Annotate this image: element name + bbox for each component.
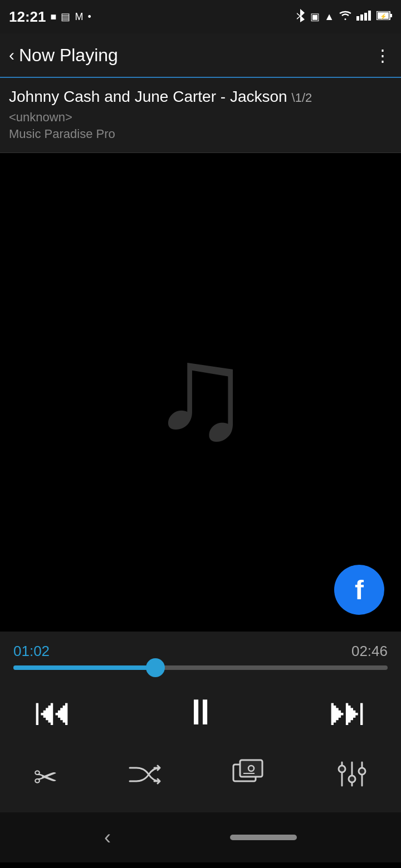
facebook-label: f xyxy=(355,575,364,605)
facebook-button[interactable]: f xyxy=(334,565,384,615)
pause-button[interactable]: ⏸ xyxy=(183,694,219,730)
pause-icon: ⏸ xyxy=(183,694,219,730)
shuffle-button[interactable] xyxy=(129,761,162,793)
nav-back-button[interactable]: ‹ xyxy=(104,826,111,849)
svg-point-15 xyxy=(349,776,355,782)
status-right-icons: ▣ ▲ ⚡ xyxy=(295,9,392,25)
time-current: 01:02 xyxy=(13,643,50,660)
signal-strength-icon xyxy=(356,11,372,23)
progress-area: 01:02 02:46 xyxy=(0,632,401,675)
svg-rect-5 xyxy=(390,14,392,17)
svg-rect-0 xyxy=(356,16,359,21)
battery-icon: ⚡ xyxy=(376,11,392,23)
svg-point-17 xyxy=(359,768,365,775)
equalizer-button[interactable] xyxy=(336,759,368,796)
svg-point-13 xyxy=(339,766,345,772)
controls-area: ⏮ ⏸ ⏭ xyxy=(0,675,401,748)
nav-bar: ‹ xyxy=(0,812,401,862)
menu-button[interactable]: ⋮ xyxy=(374,46,392,65)
equalizer-icon xyxy=(336,759,368,796)
svg-rect-9 xyxy=(240,760,262,777)
next-icon: ⏭ xyxy=(329,692,368,731)
shuffle-icon xyxy=(129,761,162,793)
chat-icon: ▤ xyxy=(61,11,70,23)
progress-thumb[interactable] xyxy=(146,658,165,677)
stop-icon: ■ xyxy=(51,11,57,23)
svg-text:⚡: ⚡ xyxy=(380,13,387,20)
mail-icon: M xyxy=(75,11,83,23)
scissors-icon: ✂ xyxy=(33,761,58,794)
time-total: 02:46 xyxy=(351,643,388,660)
radio-icon xyxy=(232,759,266,796)
bluetooth-icon xyxy=(295,9,306,25)
progress-fill xyxy=(13,665,155,670)
secondary-controls: ✂ xyxy=(0,748,401,812)
track-number: \1/2 xyxy=(292,91,312,105)
back-button[interactable]: ‹ xyxy=(9,46,14,65)
music-note-icon: ♫ xyxy=(150,315,251,469)
header: ‹ Now Playing ⋮ xyxy=(0,33,401,78)
header-left: ‹ Now Playing xyxy=(9,45,118,66)
status-bar: 12:21 ■ ▤ M • ▣ ▲ xyxy=(0,0,401,33)
svg-rect-1 xyxy=(360,14,363,21)
nav-home-pill[interactable] xyxy=(230,835,297,840)
next-button[interactable]: ⏭ xyxy=(329,692,368,731)
scissors-button[interactable]: ✂ xyxy=(33,761,58,794)
progress-track[interactable] xyxy=(13,665,388,670)
previous-icon: ⏮ xyxy=(33,692,72,731)
album-art-area: ♫ f xyxy=(0,153,401,632)
dot-icon: • xyxy=(87,11,91,23)
svg-rect-2 xyxy=(364,13,367,21)
progress-times: 01:02 02:46 xyxy=(13,643,388,660)
vibrate-icon: ▣ xyxy=(310,11,320,23)
svg-rect-3 xyxy=(368,11,371,21)
previous-button[interactable]: ⏮ xyxy=(33,692,72,731)
track-title: Johnny Cash and June Carter - Jackson xyxy=(9,87,287,107)
status-time: 12:21 xyxy=(9,8,46,26)
status-left: 12:21 ■ ▤ M • xyxy=(9,8,91,26)
track-artist: <unknown> xyxy=(9,110,392,125)
signal-arrow-icon: ▲ xyxy=(324,11,334,23)
wifi-icon xyxy=(339,11,352,23)
radio-button[interactable] xyxy=(232,759,266,796)
track-source: Music Paradise Pro xyxy=(9,127,392,141)
track-info: Johnny Cash and June Carter - Jackson \1… xyxy=(0,78,401,153)
page-title: Now Playing xyxy=(19,45,118,66)
